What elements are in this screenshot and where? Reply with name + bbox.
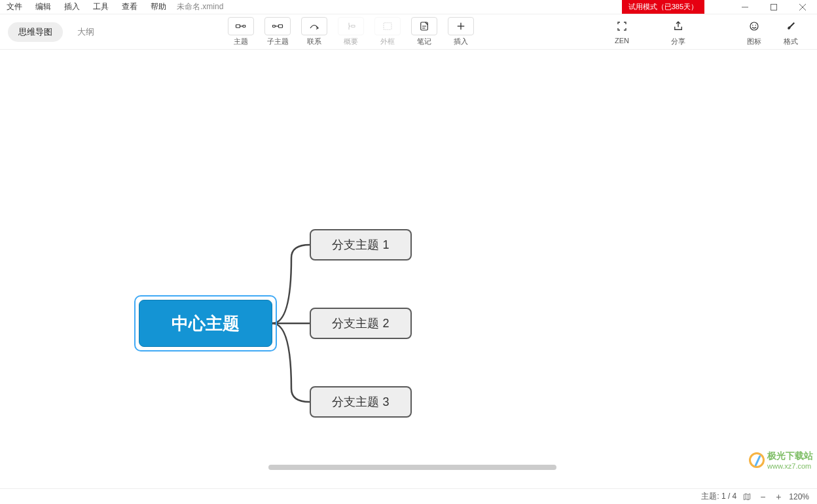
main-menu: 文件 编辑 插入 工具 查看 帮助 bbox=[0, 0, 173, 14]
menu-help[interactable]: 帮助 bbox=[144, 0, 173, 14]
scroll-thumb[interactable] bbox=[268, 465, 556, 470]
tool-summary[interactable]: 概要 bbox=[333, 17, 369, 46]
branch-topic-1[interactable]: 分支主题 1 bbox=[310, 229, 412, 261]
note-icon bbox=[411, 17, 437, 35]
topic-count: 主题: 1 / 4 bbox=[701, 491, 736, 502]
summary-icon bbox=[338, 17, 364, 35]
close-button[interactable] bbox=[788, 0, 817, 14]
tool-relation[interactable]: 联系 bbox=[296, 17, 333, 46]
tool-icons[interactable]: 图标 bbox=[736, 17, 772, 46]
tool-share[interactable]: 分享 bbox=[660, 17, 697, 46]
tab-mindmap[interactable]: 思维导图 bbox=[8, 22, 63, 42]
svg-point-18 bbox=[752, 25, 753, 26]
svg-rect-7 bbox=[273, 26, 276, 27]
tool-topic[interactable]: 主题 bbox=[223, 17, 259, 46]
tool-insert[interactable]: 插入 bbox=[443, 17, 479, 46]
svg-point-19 bbox=[755, 25, 757, 26]
titlebar: 文件 编辑 插入 工具 查看 帮助 未命名.xmind 试用模式（已385天） bbox=[0, 0, 817, 14]
watermark: 极光下载站 www.xz7.com bbox=[749, 450, 813, 470]
share-icon bbox=[665, 17, 691, 35]
menu-edit[interactable]: 编辑 bbox=[29, 0, 58, 14]
brush-icon bbox=[778, 17, 804, 35]
topic-icon bbox=[228, 17, 254, 35]
globe-icon bbox=[749, 452, 765, 468]
minimize-button[interactable] bbox=[731, 0, 759, 14]
menu-file[interactable]: 文件 bbox=[0, 0, 29, 14]
connector-lines bbox=[0, 50, 817, 488]
tool-boundary[interactable]: 外框 bbox=[369, 17, 406, 46]
map-overview-button[interactable] bbox=[742, 492, 752, 502]
relation-icon bbox=[301, 17, 327, 35]
filename-label: 未命名.xmind bbox=[177, 1, 223, 12]
branch-topic-2[interactable]: 分支主题 2 bbox=[310, 308, 412, 339]
zen-icon bbox=[609, 17, 635, 35]
menu-view[interactable]: 查看 bbox=[115, 0, 144, 14]
central-topic[interactable]: 中心主题 bbox=[139, 300, 272, 347]
smile-icon bbox=[741, 17, 767, 35]
zoom-out-button[interactable]: − bbox=[757, 492, 768, 502]
trial-badge: 试用模式（已385天） bbox=[622, 0, 704, 14]
tool-format[interactable]: 格式 bbox=[772, 17, 809, 46]
svg-rect-10 bbox=[352, 26, 355, 27]
tool-subtopic[interactable]: 子主题 bbox=[259, 17, 296, 46]
branch-topic-3[interactable]: 分支主题 3 bbox=[310, 386, 412, 418]
svg-rect-4 bbox=[236, 25, 240, 28]
canvas[interactable]: 中心主题 分支主题 1 分支主题 2 分支主题 3 极光下载站 www.xz7.… bbox=[0, 50, 817, 488]
menu-tools[interactable]: 工具 bbox=[86, 0, 115, 14]
tool-zen[interactable]: ZEN bbox=[604, 17, 640, 46]
toolbar: 思维导图 大纲 主题 子主题 联系 概要 外框 笔记 插入 bbox=[0, 14, 817, 50]
svg-point-17 bbox=[750, 22, 758, 30]
zoom-in-button[interactable]: + bbox=[773, 492, 784, 502]
svg-rect-11 bbox=[384, 23, 391, 30]
subtopic-icon bbox=[264, 17, 291, 35]
maximize-button[interactable] bbox=[759, 0, 788, 14]
menu-insert[interactable]: 插入 bbox=[58, 0, 86, 14]
svg-rect-6 bbox=[243, 26, 245, 27]
tab-outline[interactable]: 大纲 bbox=[67, 22, 105, 42]
zoom-level[interactable]: 120% bbox=[789, 492, 809, 501]
plus-icon bbox=[448, 17, 474, 35]
statusbar: 主题: 1 / 4 − + 120% bbox=[0, 488, 817, 504]
tool-note[interactable]: 笔记 bbox=[406, 17, 443, 46]
svg-rect-9 bbox=[279, 25, 283, 28]
horizontal-scrollbar[interactable] bbox=[7, 465, 808, 471]
boundary-icon bbox=[374, 17, 401, 35]
svg-rect-1 bbox=[771, 4, 777, 10]
